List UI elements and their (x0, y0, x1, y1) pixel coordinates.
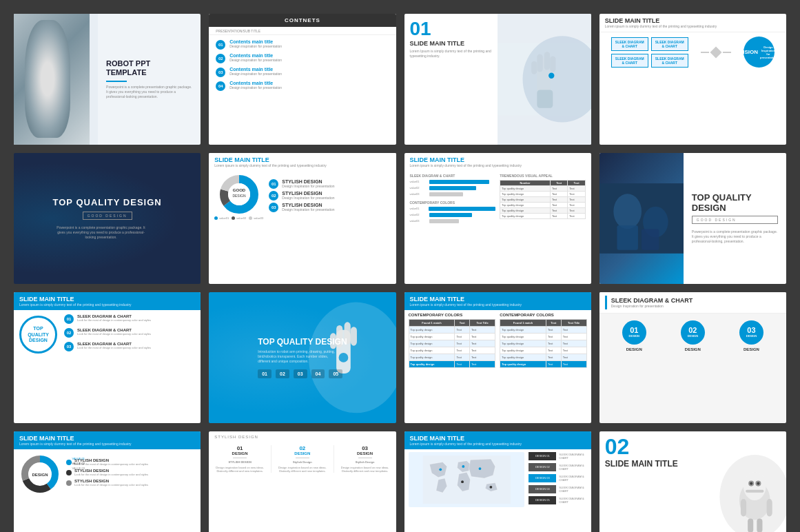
slide-4-boxes: SLEEK DIAGRAM& CHART SLEEK DIAGRAM& CHAR… (611, 37, 688, 68)
slide-1[interactable]: ROBOT PPT TEMPLATE Powerpoint is a compl… (14, 14, 201, 145)
bar-5 (429, 213, 472, 217)
slide-9-item-3: 03 SLEEK DIAGRAM & CHART Look for the mo… (64, 342, 195, 351)
vision-sub: Design Inspiration for presentation (758, 45, 779, 59)
slide-6-item-1: 01 STYLISH DESIGN Design Inspiration for… (269, 179, 390, 188)
slide-2[interactable]: CONTNETS PRESENTATION/SUB TITLE 01 Conte… (209, 14, 396, 145)
item-dot-3 (66, 480, 72, 486)
slide-14-header: STYLISH DESIGN (209, 431, 396, 442)
num-05: 05 (329, 369, 342, 378)
slide-9[interactable]: SLIDE MAIN TITLE Lorem ipsum is simply d… (14, 292, 201, 423)
legend-2: value02 (232, 216, 246, 220)
col-3-line (358, 458, 372, 458)
slide-2-item-3: 03 Contents main title Design inspiratio… (216, 67, 389, 77)
slide-10-nums: 01 02 03 04 05 (258, 369, 347, 378)
item-dot-1 (66, 460, 72, 465)
slide-13-item-3: STYLISH DESIGN Look for the most of desi… (66, 479, 195, 487)
slide-8[interactable]: TOP QUALITY DESIGN GOOD DESIGN Powerpoin… (599, 153, 786, 284)
connector-line-2 (723, 52, 731, 53)
slide-8-badge: GOOD DESIGN (692, 216, 778, 224)
slide-2-item-1: 01 Contents main title Design inspiratio… (216, 39, 389, 50)
slide-4-body: SLEEK DIAGRAM& CHART SLEEK DIAGRAM& CHAR… (599, 32, 786, 72)
slide-2-text-4: Contents main title Design inspiration f… (229, 81, 282, 90)
bar-row-1: value01 (410, 180, 496, 184)
slide-3-image (498, 14, 591, 145)
legend-label-2: value02 (236, 216, 246, 220)
num-circle-2: 02 DESIGN (681, 320, 705, 345)
svg-rect-12 (537, 54, 543, 72)
svg-rect-58 (748, 518, 753, 532)
slide-7[interactable]: SLIDE MAIN TITLE Lorem ipsum is simply d… (404, 153, 591, 284)
slide-6-body: GOOD DESIGN value01 value02 value03 01 S… (209, 171, 396, 223)
slide-4-title: SLIDE MAIN TITLE (605, 17, 781, 24)
slide-12-title: SLEEK DIAGRAM & CHART (611, 297, 693, 304)
col-divider-2 (334, 445, 334, 473)
svg-rect-59 (757, 518, 762, 532)
col-1-num: 01 (213, 445, 267, 451)
photo-placeholder (599, 153, 684, 284)
slide-7-title: SLIDE MAIN TITLE (410, 156, 586, 163)
svg-point-0 (35, 51, 68, 95)
list-item-3: DESIGN 03 SLEEK DIAGRAM & CHART (529, 474, 586, 482)
svg-rect-28 (617, 225, 638, 250)
slide-8-photo (599, 153, 684, 284)
slide-3-num: 01 (410, 19, 493, 39)
slide-1-title: ROBOT PPT (106, 59, 192, 68)
slide-9-header: SLIDE MAIN TITLE Lorem ipsum is simply d… (14, 292, 201, 310)
donut-value-labels: VALUE 01 VALUE 02 VALUE 03 (72, 457, 85, 470)
slide-5-title: TOP QUALITY DESIGN (53, 197, 162, 207)
svg-rect-14 (550, 57, 555, 72)
item-text-1: STYLISH DESIGN Design Inspiration for pr… (269, 179, 390, 188)
item-text-3: STYLISH DESIGN Look for the most of desi… (74, 479, 148, 487)
slide-12-title-text: SLEEK DIAGRAM & CHART Design Inspiration… (611, 297, 693, 308)
slide-15-desc: Lorem ipsum is simply dummy text of the … (410, 442, 586, 446)
slide-10-title: TOP QUALITY DESIGN (258, 337, 347, 347)
svg-point-4 (45, 62, 49, 65)
slide-16-robot (702, 431, 786, 532)
slide-13[interactable]: SLIDE MAIN TITLE Lorem ipsum is simply d… (14, 431, 201, 532)
col-3-label: DESIGN (338, 451, 392, 456)
num-02: 02 (276, 369, 289, 378)
col-2-desc: Design inspiration based on new ideas. D… (276, 466, 329, 473)
design-badge-1: DESIGN 01 (529, 452, 556, 460)
robot-image (14, 14, 90, 145)
slide-2-num-2: 02 (216, 54, 225, 63)
svg-text:GOOD: GOOD (233, 188, 246, 192)
design-badge-5: DESIGN 05 (529, 496, 556, 504)
slide-6-desc: Lorem ipsum is simply dummy text of the … (214, 163, 390, 167)
slide-7-right-label: TREMENDOUS VISUAL APPEAL (500, 174, 586, 178)
slide-10[interactable]: TOP QUALITY DESIGN Introduction to robot… (209, 292, 396, 423)
svg-point-54 (757, 482, 759, 484)
list-item-2: DESIGN 02 SLEEK DIAGRAM & CHART (529, 463, 586, 471)
svg-point-50 (743, 472, 766, 500)
slide-15[interactable]: SLIDE MAIN TITLE Lorem ipsum is simply d… (404, 431, 591, 532)
slide-16-title: SLIDE MAIN TITLE (605, 459, 697, 469)
slide-6-item-3: 03 STYLISH DESIGN Design Inspiration for… (269, 203, 390, 212)
slide-6[interactable]: SLIDE MAIN TITLE Lorem ipsum is simply d… (209, 153, 396, 284)
num-label-1: DESIGN (629, 334, 639, 338)
slide-13-body: DESIGN VALUE 01 VALUE 02 VALUE 03 STYLIS… (14, 449, 201, 499)
slide-2-title: CONTNETS (285, 17, 320, 23)
world-map-svg (409, 456, 525, 504)
slide-2-sub: PRESENTATION/SUB TITLE (216, 29, 389, 33)
design-label-3: DESIGN (739, 347, 763, 351)
slide-3[interactable]: 01 SLIDE MAIN TITLE Lorem Ipsum is simpl… (404, 14, 591, 145)
slide-14-col-1: 01 DESIGN STYLISH DESIGN Design inspirat… (213, 445, 267, 473)
slide-5[interactable]: TOP QUALITY DESIGN GOOD DESIGN Powerpoin… (14, 153, 201, 284)
slide-12-item-3: 03 DESIGN DESIGN (739, 320, 763, 351)
col-2-label: DESIGN (276, 451, 329, 456)
slide-10-desc: Introduction to robot arm printing, draw… (258, 349, 340, 364)
num-1: 01 (630, 327, 638, 334)
slide-6-items: 01 STYLISH DESIGN Design Inspiration for… (269, 179, 390, 214)
slide-12[interactable]: SLEEK DIAGRAM & CHART Design Inspiration… (599, 292, 786, 423)
donut-svg: DESIGN (19, 453, 61, 495)
col-3-main: Stylish Design (338, 460, 392, 464)
slide-14[interactable]: STYLISH DESIGN 01 DESIGN STYLISH DESIGN … (209, 431, 396, 532)
slide-16[interactable]: 02 SLIDE MAIN TITLE (599, 431, 786, 532)
slide-13-item-2: STYLISH DESIGN Look for the most of desi… (66, 469, 195, 476)
slide-11[interactable]: SLIDE MAIN TITLE Lorem ipsum is simply d… (404, 292, 591, 423)
svg-point-46 (461, 480, 464, 483)
num-04: 04 (311, 369, 325, 378)
slide-1-image (14, 14, 98, 145)
slide-4[interactable]: SLIDE MAIN TITLE Lorem ipsum is simply d… (599, 14, 786, 145)
design-badge-3: DESIGN 03 (529, 474, 556, 482)
